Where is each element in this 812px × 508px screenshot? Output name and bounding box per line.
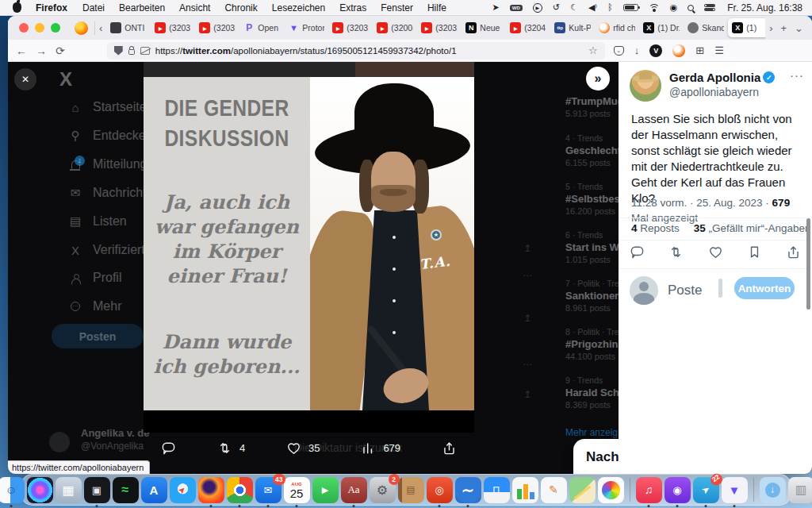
tab[interactable]: tkpKult-P: [550, 16, 595, 40]
tweet-author-name[interactable]: Gerda Apollonia✓: [669, 71, 775, 84]
dock-calendar[interactable]: AUG25: [284, 477, 310, 503]
tab[interactable]: POpen: [239, 16, 284, 40]
wd-drive-icon[interactable]: WD: [510, 5, 523, 11]
share-button[interactable]: [442, 441, 457, 456]
heart-icon[interactable]: [708, 244, 723, 260]
avatar[interactable]: [630, 70, 661, 102]
dock-settings[interactable]: ⚙2: [370, 477, 396, 503]
tab[interactable]: rfid ch: [595, 16, 639, 40]
dock-telegram[interactable]: ➤22: [693, 477, 719, 503]
close-window-button[interactable]: [19, 23, 29, 33]
repost-icon[interactable]: [668, 244, 684, 260]
bluetooth-icon[interactable]: ᛒ: [607, 3, 613, 12]
menu-chronik[interactable]: Chronik: [217, 2, 264, 13]
dock-siri[interactable]: [27, 477, 53, 503]
tab[interactable]: ▶(3203!: [195, 16, 239, 40]
url-bar[interactable]: https://twitter.com/apolloniabayern/stat…: [107, 42, 605, 60]
downloads-icon[interactable]: ↓: [634, 44, 640, 56]
menu-lesezeichen[interactable]: Lesezeichen: [265, 2, 332, 13]
antworten-button[interactable]: Antworten: [734, 277, 795, 299]
new-tab-button[interactable]: +: [777, 22, 791, 34]
dock-mission-control[interactable]: ▣: [84, 477, 110, 503]
menu-bearbeiten[interactable]: Bearbeiten: [112, 2, 172, 13]
tab[interactable]: ▶(3200(: [373, 16, 417, 40]
tab[interactable]: ▼Proton: [284, 16, 328, 40]
dock-podcasts[interactable]: ◉: [665, 477, 691, 503]
permission-blocked-icon[interactable]: [140, 47, 150, 55]
tab[interactable]: Skand: [684, 16, 728, 40]
dock-photo-booth[interactable]: ◎: [427, 477, 453, 503]
dock-keynote[interactable]: ⊓: [484, 477, 510, 503]
active-tab[interactable]: X (1) ✕: [728, 18, 765, 37]
share-icon[interactable]: [786, 244, 801, 260]
tweet-more-button[interactable]: ···: [790, 68, 804, 82]
spotlight-search-icon[interactable]: [688, 5, 694, 11]
dock-app-store[interactable]: A: [141, 477, 167, 503]
dock-mail[interactable]: ✉43: [255, 477, 282, 503]
dock-pages[interactable]: ✎: [541, 477, 567, 503]
dock-maps[interactable]: [569, 477, 596, 503]
likes-stat[interactable]: 35 „Gefällt mir“-Angaben: [694, 222, 811, 234]
pocket-extension-icon[interactable]: ⌄: [614, 46, 624, 56]
time-machine-icon[interactable]: ↺: [553, 3, 560, 12]
views-button[interactable]: 679: [361, 441, 400, 456]
playback-icon[interactable]: ▶: [533, 3, 542, 13]
repost-button[interactable]: 4: [217, 441, 245, 456]
dock-protonvpn[interactable]: ▼: [722, 477, 748, 503]
forward-button[interactable]: →: [36, 44, 47, 57]
menu-hilfe[interactable]: Hilfe: [420, 2, 454, 13]
location-icon[interactable]: ➤: [492, 3, 500, 12]
battery-icon[interactable]: [623, 4, 638, 11]
dock-downloads[interactable]: ↓: [760, 477, 786, 503]
dock-photos[interactable]: [598, 477, 624, 503]
tab[interactable]: ▶(3203!: [328, 16, 373, 40]
dock-activity-monitor[interactable]: ≈: [113, 477, 139, 503]
volume-icon[interactable]: ◀⁾: [588, 3, 597, 12]
user-account-icon[interactable]: ◉: [670, 3, 678, 12]
tab[interactable]: ▶(3203: [151, 16, 195, 40]
back-button[interactable]: ←: [16, 44, 27, 57]
dock-safari[interactable]: ➤: [170, 477, 196, 503]
panel-scrollbar[interactable]: [806, 218, 810, 310]
dock-numbers[interactable]: [512, 477, 538, 503]
dock-contacts[interactable]: ▤: [398, 477, 424, 503]
tweet-author-handle[interactable]: @apolloniabayern: [669, 86, 759, 98]
like-button[interactable]: 35: [286, 441, 320, 456]
reposts-stat[interactable]: 4 Reposts: [631, 222, 680, 234]
app-menu-icon[interactable]: ☰: [714, 44, 724, 56]
scroll-tabs-right-button[interactable]: ›: [765, 22, 776, 34]
tab[interactable]: ONTI: [106, 16, 151, 40]
v-extension-icon[interactable]: V: [649, 44, 662, 57]
close-photo-button[interactable]: ✕: [14, 68, 36, 90]
connection-lock-icon[interactable]: [128, 49, 135, 55]
dock-dictionary[interactable]: Aa: [341, 477, 367, 503]
menu-app[interactable]: Firefox: [28, 2, 75, 13]
tab[interactable]: NNeue: [462, 16, 506, 40]
wifi-icon[interactable]: [649, 4, 660, 12]
meme-photo[interactable]: DIE GENDERDISKUSSION Ja, auch ich war ge…: [144, 77, 474, 410]
firefox-view-icon[interactable]: [75, 21, 88, 35]
reply-icon[interactable]: [630, 244, 645, 260]
list-tabs-button[interactable]: ⌄: [791, 22, 807, 34]
zoom-window-button[interactable]: [51, 23, 60, 33]
dock-finder[interactable]: ☺: [0, 477, 25, 503]
collapse-panel-button[interactable]: »: [586, 67, 610, 90]
reply-button[interactable]: [161, 441, 176, 456]
menu-datei[interactable]: Datei: [75, 2, 112, 13]
scroll-tabs-left-button[interactable]: ‹: [95, 22, 106, 34]
tracking-protection-shield-icon[interactable]: [114, 46, 123, 56]
dock-openoffice[interactable]: ∼: [455, 477, 481, 503]
bookmark-icon[interactable]: [747, 244, 762, 260]
dock-trash[interactable]: ▥: [788, 477, 812, 503]
tab[interactable]: ▶(3203!: [417, 16, 462, 40]
reload-button[interactable]: ⟳: [56, 44, 65, 57]
tab[interactable]: ▶(3204: [506, 16, 550, 40]
dock-firefox[interactable]: [198, 477, 224, 503]
dock-music[interactable]: ♫: [636, 477, 662, 503]
orange-extension-icon[interactable]: [672, 44, 685, 57]
tab[interactable]: X(1) Dr.: [639, 16, 684, 40]
dock-launchpad[interactable]: ▦: [56, 477, 82, 503]
menu-ansicht[interactable]: Ansicht: [172, 2, 217, 13]
control-center-icon[interactable]: [704, 4, 715, 12]
bookmark-star-icon[interactable]: ☆: [588, 44, 598, 56]
